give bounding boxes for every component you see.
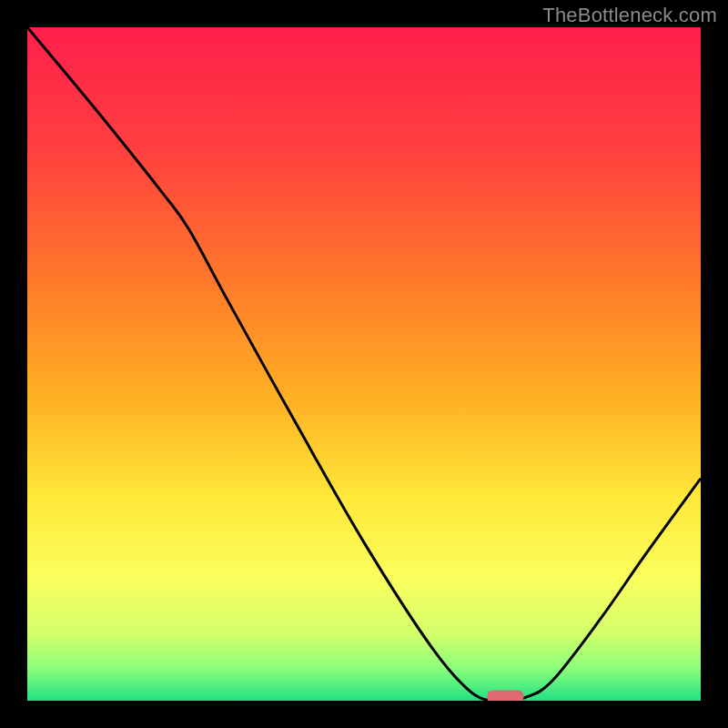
chart-svg [27,27,701,701]
watermark-text: TheBottleneck.com [542,4,717,27]
optimal-marker [487,691,523,701]
gradient-background [27,27,701,701]
plot-area [27,27,701,701]
chart-frame: TheBottleneck.com [0,0,728,728]
